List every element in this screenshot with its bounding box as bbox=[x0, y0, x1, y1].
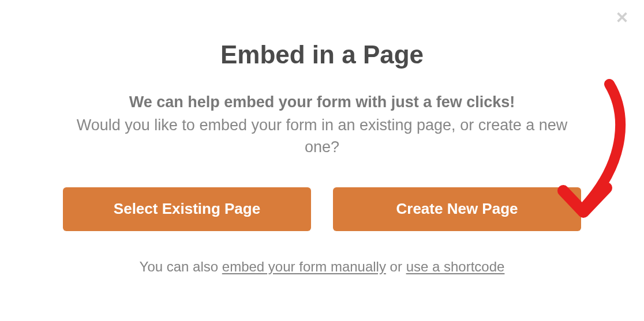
footer-middle: or bbox=[386, 259, 406, 274]
create-new-page-button[interactable]: Create New Page bbox=[333, 187, 581, 231]
modal-subheading: We can help embed your form with just a … bbox=[0, 93, 644, 111]
use-shortcode-link[interactable]: use a shortcode bbox=[406, 259, 505, 274]
modal-question: Would you like to embed your form in an … bbox=[0, 115, 644, 158]
select-existing-page-button[interactable]: Select Existing Page bbox=[63, 187, 311, 231]
button-row: Select Existing Page Create New Page bbox=[0, 187, 644, 231]
modal-title: Embed in a Page bbox=[0, 40, 644, 69]
footer-text: You can also embed your form manually or… bbox=[0, 259, 644, 275]
embed-modal: Embed in a Page We can help embed your f… bbox=[0, 0, 644, 275]
footer-prefix: You can also bbox=[140, 259, 222, 274]
embed-manually-link[interactable]: embed your form manually bbox=[222, 259, 386, 274]
